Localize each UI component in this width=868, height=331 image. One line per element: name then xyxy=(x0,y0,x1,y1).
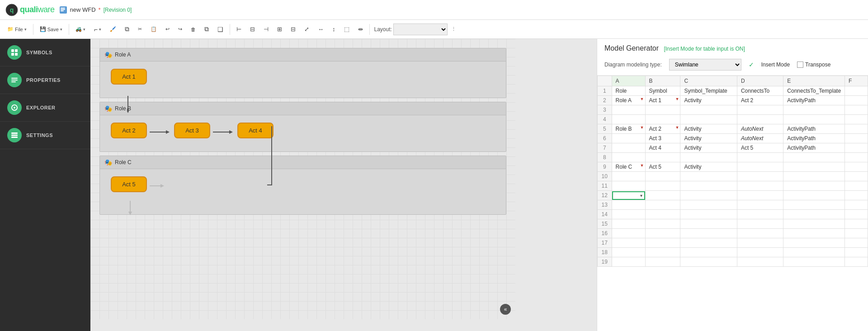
cell-2-a[interactable]: Role A ▼ xyxy=(612,96,645,105)
cell-3-d[interactable] xyxy=(737,105,783,115)
cell-8-f[interactable] xyxy=(845,153,868,162)
cell-11-b[interactable] xyxy=(645,181,680,191)
cell-4-c[interactable] xyxy=(680,115,737,124)
cell-7-a[interactable] xyxy=(612,143,645,153)
align-center-h-button[interactable]: ⊟ xyxy=(246,23,259,36)
save-button[interactable]: 💾 Save ▾ xyxy=(36,23,66,36)
copy-style-button[interactable]: ⧉ xyxy=(121,23,133,36)
sidebar-item-symbols[interactable]: SYMBOLS xyxy=(0,39,90,66)
cell-2-f[interactable] xyxy=(845,96,868,105)
cell-9-b[interactable]: Act 5 xyxy=(645,162,680,172)
cell-2-c[interactable]: Activity xyxy=(680,96,737,105)
cell-9-d[interactable] xyxy=(737,162,783,172)
collapse-sidebar-button[interactable]: « xyxy=(500,304,511,315)
cell-8-e[interactable] xyxy=(783,153,845,162)
select-all-button[interactable]: ⬚ xyxy=(340,23,353,36)
sidebar-item-explorer[interactable]: EXPLORER xyxy=(0,94,90,122)
cell-12-d[interactable] xyxy=(737,191,783,200)
duplicate-button[interactable]: ❑ xyxy=(214,23,227,36)
activity-act1[interactable]: Act 1 xyxy=(111,69,147,85)
cell-9-e[interactable] xyxy=(783,162,845,172)
cell-6-d[interactable]: AutoNext xyxy=(737,134,783,143)
cell-5-a[interactable]: Role B ▼ xyxy=(612,124,645,134)
paint-tool-button[interactable]: 🖌️ xyxy=(106,23,120,36)
expand-h-button[interactable]: ↔ xyxy=(314,23,327,36)
cell-dropdown-arrow[interactable]: ▾ xyxy=(640,193,642,198)
cell-4-b[interactable] xyxy=(645,115,680,124)
cell-1-e[interactable]: ConnectsTo_Template xyxy=(783,86,845,96)
cell-10-e[interactable] xyxy=(783,172,845,181)
sidebar-item-settings[interactable]: SETTINGS xyxy=(0,122,90,149)
cell-11-a[interactable] xyxy=(612,181,645,191)
cell-10-c[interactable] xyxy=(680,172,737,181)
sidebar-item-properties[interactable]: PROPERTIES xyxy=(0,66,90,94)
cell-7-c[interactable]: Activity xyxy=(680,143,737,153)
cell-6-a[interactable] xyxy=(612,134,645,143)
cell-5-d[interactable]: AutoNext xyxy=(737,124,783,134)
transpose-button[interactable]: Transpose xyxy=(797,61,830,68)
cell-2-b[interactable]: Act 1 ▼ xyxy=(645,96,680,105)
undo-button[interactable]: ↩ xyxy=(162,23,173,36)
cell-1-b[interactable]: Symbol xyxy=(645,86,680,96)
cell-5-c[interactable]: Activity xyxy=(680,124,737,134)
cell-11-d[interactable] xyxy=(737,181,783,191)
tractor-tool-button[interactable]: 🚜 ▾ xyxy=(72,23,89,36)
activity-act3[interactable]: Act 3 xyxy=(174,123,210,138)
cell-4-e[interactable] xyxy=(783,115,845,124)
cell-1-f[interactable] xyxy=(845,86,868,96)
distribute-v-button[interactable]: ⊟ xyxy=(287,23,299,36)
split-button[interactable]: ⇹ xyxy=(354,23,367,36)
file-button[interactable]: 📁 File ▾ xyxy=(4,23,30,36)
cell-10-d[interactable] xyxy=(737,172,783,181)
cell-1-d[interactable]: ConnectsTo xyxy=(737,86,783,96)
cell-10-b[interactable] xyxy=(645,172,680,181)
cell-3-b[interactable] xyxy=(645,105,680,115)
activity-act5[interactable]: Act 5 xyxy=(111,176,147,192)
cell-12-a[interactable]: ▾ xyxy=(612,191,645,200)
cell-2-d[interactable]: Act 2 xyxy=(737,96,783,105)
more-options-button[interactable]: ⋮ xyxy=(449,23,458,36)
cell-12-b[interactable] xyxy=(645,191,680,200)
align-left-button[interactable]: ⊢ xyxy=(233,23,245,36)
cell-5-e[interactable]: ActivityPath xyxy=(783,124,845,134)
cell-7-b[interactable]: Act 4 xyxy=(645,143,680,153)
distribute-h-button[interactable]: ⊞ xyxy=(274,23,286,36)
paste-button[interactable]: 📋 xyxy=(147,23,160,36)
cell-10-a[interactable] xyxy=(612,172,645,181)
cell-4-f[interactable] xyxy=(845,115,868,124)
cell-5-f[interactable] xyxy=(845,124,868,134)
cell-3-f[interactable] xyxy=(845,105,868,115)
align-right-button[interactable]: ⊣ xyxy=(260,23,272,36)
activity-act2[interactable]: Act 2 xyxy=(111,123,147,138)
resize-button[interactable]: ⤢ xyxy=(301,23,313,36)
cell-6-f[interactable] xyxy=(845,134,868,143)
cell-6-b[interactable]: Act 3 xyxy=(645,134,680,143)
cell-2-e[interactable]: ActivityPath xyxy=(783,96,845,105)
cell-12-c[interactable] xyxy=(680,191,737,200)
cell-4-a[interactable] xyxy=(612,115,645,124)
cell-7-f[interactable] xyxy=(845,143,868,153)
cell-3-e[interactable] xyxy=(783,105,845,115)
corner-tool-button[interactable]: ⌐ ▾ xyxy=(90,23,105,36)
cell-1-a[interactable]: Role xyxy=(612,86,645,96)
diagram-type-select[interactable]: Swimlane xyxy=(669,59,741,71)
cell-9-f[interactable] xyxy=(845,162,868,172)
cell-10-f[interactable] xyxy=(845,172,868,181)
cell-9-a[interactable]: Role C ▼ xyxy=(612,162,645,172)
cell-7-d[interactable]: Act 5 xyxy=(737,143,783,153)
cell-6-c[interactable]: Activity xyxy=(680,134,737,143)
cell-5-b[interactable]: Act 2 ▼ xyxy=(645,124,680,134)
cell-12-f[interactable] xyxy=(845,191,868,200)
insert-mode-button[interactable]: Insert Mode xyxy=(761,61,790,68)
cell-11-f[interactable] xyxy=(845,181,868,191)
cell-9-c[interactable]: Activity xyxy=(680,162,737,172)
transpose-checkbox[interactable] xyxy=(797,61,803,68)
cell-6-e[interactable]: ActivityPath xyxy=(783,134,845,143)
cell-8-c[interactable] xyxy=(680,153,737,162)
canvas-area[interactable]: 🎭 Role A Act 1 🎭 Role B xyxy=(90,39,597,331)
cut-button[interactable]: ✂ xyxy=(134,23,146,36)
delete-button[interactable]: 🗑 xyxy=(187,23,199,36)
expand-v-button[interactable]: ↕ xyxy=(329,23,339,36)
cell-8-a[interactable] xyxy=(612,153,645,162)
layout-select[interactable] xyxy=(393,24,448,35)
